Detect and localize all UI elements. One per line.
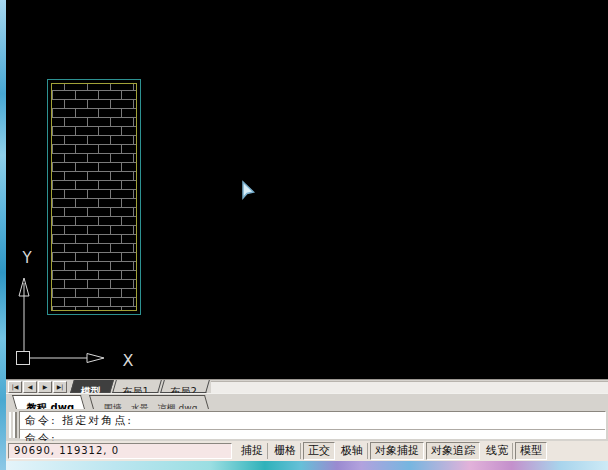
drawing-svg: Y X bbox=[6, 0, 608, 379]
tab-scroll-prev-button[interactable]: ◀ bbox=[23, 381, 37, 393]
toggle-ortho[interactable]: 正交 bbox=[303, 442, 335, 460]
file-tab-bar: 教程.dwg 围墙、水景、凉棚.dwg bbox=[6, 393, 608, 409]
command-history-line: 命令: 指定对角点: bbox=[20, 412, 605, 430]
status-bar: 90690, 119312, 0 捕捉 栅格 正交 极轴 对象捕捉 对象追踪 线… bbox=[6, 441, 608, 461]
toggle-lineweight[interactable]: 线宽 bbox=[482, 443, 513, 459]
ucs-x-label: X bbox=[123, 351, 134, 370]
layout-tabs: 模型 布局1 布局2 bbox=[72, 380, 211, 393]
file-tab-tutorial[interactable]: 教程.dwg bbox=[12, 395, 85, 409]
coordinate-readout[interactable]: 90690, 119312, 0 bbox=[8, 443, 232, 459]
cursor-arrow-icon bbox=[243, 182, 254, 198]
tab-scroll-first-button[interactable]: |◀ bbox=[8, 381, 22, 393]
toggle-polar[interactable]: 极轴 bbox=[337, 443, 368, 459]
desktop-sliver-bottom bbox=[6, 461, 608, 470]
toggle-model-space[interactable]: 模型 bbox=[515, 442, 547, 460]
command-text-area[interactable]: 命令: 指定对角点: 命令: bbox=[19, 411, 606, 439]
tab-model[interactable]: 模型 bbox=[70, 380, 114, 393]
tab-scroll-buttons: |◀ ◀ ▶ ▶| bbox=[6, 380, 69, 393]
model-space-canvas[interactable]: Y X bbox=[6, 0, 608, 379]
ucs-x-arrowhead-icon bbox=[87, 354, 104, 363]
tab-scroll-last-button[interactable]: ▶| bbox=[53, 381, 67, 393]
toggle-snap[interactable]: 捕捉 bbox=[237, 443, 268, 459]
cad-window: Y X |◀ ◀ ▶ ▶| 模型 布局1 布局2 教程.d bbox=[0, 0, 608, 470]
ucs-y-label: Y bbox=[21, 249, 32, 267]
wall-drawing[interactable] bbox=[48, 80, 141, 315]
file-tab-wall-waterscape[interactable]: 围墙、水景、凉棚.dwg bbox=[89, 395, 209, 409]
tab-scroll-next-button[interactable]: ▶ bbox=[38, 381, 52, 393]
brick-hatch[interactable] bbox=[52, 84, 137, 311]
command-window-grip[interactable] bbox=[9, 412, 17, 438]
toggle-grid[interactable]: 栅格 bbox=[270, 443, 301, 459]
toggle-otrack[interactable]: 对象追踪 bbox=[426, 442, 480, 460]
tab-layout2[interactable]: 布局2 bbox=[161, 380, 211, 393]
tab-layout1[interactable]: 布局1 bbox=[112, 380, 162, 393]
toggle-osnap[interactable]: 对象捕捉 bbox=[370, 442, 424, 460]
layout-tab-bar: |◀ ◀ ▶ ▶| 模型 布局1 布局2 bbox=[6, 379, 608, 393]
ucs-origin-square bbox=[17, 352, 30, 365]
command-window: 命令: 指定对角点: 命令: bbox=[6, 409, 608, 441]
